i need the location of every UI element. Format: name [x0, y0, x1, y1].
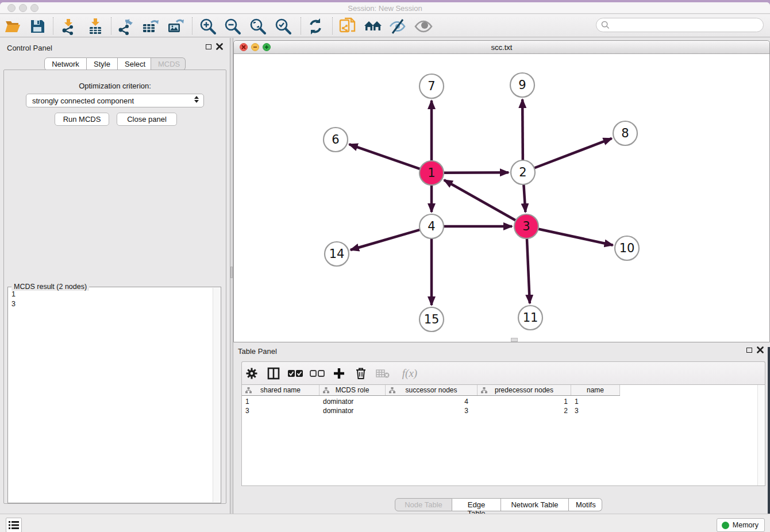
copy-network-style-icon[interactable] [338, 17, 357, 36]
graph-node-label-7: 7 [428, 79, 435, 93]
criterion-selected-value: strongly connected component [32, 97, 134, 105]
column-header-predecessor-nodes[interactable]: predecessor nodes [478, 385, 571, 395]
graph-edge-2-8[interactable] [534, 138, 612, 168]
close-table-panel-icon[interactable] [757, 346, 764, 353]
mcds-result-scrollbar[interactable] [213, 288, 220, 502]
network-window-titlebar[interactable]: scc.txt [234, 41, 769, 54]
graph-node-label-3: 3 [522, 219, 530, 233]
toolbar-separator [192, 17, 192, 34]
tab-select[interactable]: Select [118, 57, 151, 71]
cell-shared-name[interactable]: 3 [242, 406, 319, 415]
memory-label: Memory [733, 521, 759, 529]
close-panel-button[interactable]: Close panel [117, 113, 177, 126]
session-title: Session: New Session [0, 4, 770, 13]
cell-name[interactable]: 3 [571, 406, 620, 415]
toolbar-separator [332, 17, 333, 34]
search-field[interactable] [596, 18, 764, 32]
run-mcds-button[interactable]: Run MCDS [55, 113, 109, 126]
refresh-icon[interactable] [306, 17, 325, 36]
mcds-panel: Optimization criterion: strongly connect… [3, 70, 226, 504]
graph-edge-3-1[interactable] [444, 180, 516, 220]
save-icon[interactable] [28, 17, 47, 36]
graph-edge-3-10[interactable] [538, 229, 613, 245]
control-panel-tabs: Network Style Select MCDS [44, 57, 186, 71]
tab-edge-table[interactable]: Edge Table [452, 498, 501, 511]
graph-edge-1-6[interactable] [349, 144, 421, 169]
graph-node-label-9: 9 [518, 78, 526, 92]
search-icon [601, 21, 610, 29]
export-image-icon[interactable] [166, 17, 186, 36]
splitter-handle[interactable] [230, 267, 233, 278]
graph-edge-1-2[interactable] [444, 172, 509, 173]
graph-edge-3-11[interactable] [527, 238, 530, 303]
float-table-panel-icon[interactable] [746, 348, 752, 353]
birds-eye-view-icon[interactable] [414, 17, 433, 36]
memory-button[interactable]: Memory [717, 518, 765, 532]
float-panel-icon[interactable] [206, 44, 211, 49]
search-input[interactable] [613, 21, 763, 29]
hierarchy-icon [245, 387, 252, 394]
zoom-selected-icon[interactable] [274, 17, 293, 36]
tab-network[interactable]: Network [44, 57, 87, 71]
criterion-select[interactable]: strongly connected component [26, 94, 204, 107]
cell-mcds-role[interactable]: dominator [319, 397, 386, 406]
table-panel-title: Table Panel [238, 347, 277, 356]
column-header-mcds-role[interactable]: MCDS role [319, 385, 386, 395]
graph-edge-2-9[interactable] [522, 99, 523, 160]
cell-successor-nodes[interactable]: 4 [386, 397, 478, 406]
toggle-graphics-details-icon[interactable] [388, 17, 407, 36]
export-network-icon[interactable] [116, 17, 135, 36]
table-header-row: shared name MCDS role successor nodes pr… [242, 385, 620, 396]
tab-mcds[interactable]: MCDS [151, 57, 186, 71]
cell-name[interactable]: 1 [571, 397, 620, 406]
cell-predecessor-nodes[interactable]: 1 [478, 397, 571, 406]
table-panel: Table Panel [233, 342, 770, 514]
zoom-fit-icon[interactable] [248, 17, 268, 36]
show-columns-icon[interactable] [266, 366, 281, 381]
task-history-button[interactable] [6, 518, 22, 532]
hierarchy-icon [481, 387, 487, 394]
function-builder-icon[interactable]: f(x) [397, 366, 422, 381]
graph-edge-4-14[interactable] [351, 230, 420, 250]
graph-node-label-1: 1 [428, 166, 435, 180]
mcds-result-text[interactable]: 1 3 [11, 290, 16, 309]
cell-mcds-role[interactable]: dominator [319, 406, 386, 415]
os-titlebar: Session: New Session [0, 2, 770, 14]
graph-node-label-2: 2 [519, 165, 526, 179]
open-icon[interactable] [3, 17, 22, 36]
tab-node-table[interactable]: Node Table [395, 498, 452, 511]
column-header-shared-name[interactable]: shared name [242, 385, 319, 395]
table-row[interactable]: 3 dominator 3 2 3 [242, 406, 620, 415]
select-all-icon[interactable] [288, 366, 303, 381]
add-column-icon[interactable] [332, 366, 346, 381]
graph-node-label-15: 15 [424, 313, 440, 326]
home-layout-icon[interactable] [363, 17, 383, 36]
delete-table-icon[interactable] [375, 366, 390, 381]
tab-motifs[interactable]: Motifs [569, 498, 602, 511]
column-header-name[interactable]: name [571, 385, 620, 395]
cell-successor-nodes[interactable]: 3 [386, 406, 478, 415]
import-table-icon[interactable] [86, 17, 105, 36]
cell-shared-name[interactable]: 1 [242, 397, 319, 406]
network-graph[interactable]: 7968124314101511 [234, 54, 769, 342]
node-table[interactable]: shared name MCDS role successor nodes pr… [241, 384, 765, 486]
network-splitter-handle[interactable] [511, 338, 518, 342]
import-network-icon[interactable] [59, 17, 78, 36]
export-table-icon[interactable] [141, 17, 160, 36]
cell-predecessor-nodes[interactable]: 2 [478, 406, 571, 415]
zoom-in-icon[interactable] [198, 17, 218, 36]
tab-style[interactable]: Style [87, 57, 118, 71]
graph-edge-2-3[interactable] [523, 184, 525, 212]
delete-column-icon[interactable] [353, 366, 368, 381]
tab-network-table[interactable]: Network Table [501, 498, 569, 511]
chevron-up-down-icon [194, 96, 199, 103]
deselect-all-icon[interactable] [310, 366, 325, 381]
zoom-out-icon[interactable] [223, 17, 242, 36]
network-canvas[interactable]: 7968124314101511 [234, 54, 769, 342]
column-header-successor-nodes[interactable]: successor nodes [386, 385, 478, 395]
table-row[interactable]: 1 dominator 4 1 1 [242, 397, 620, 406]
table-settings-gear-icon[interactable] [244, 366, 259, 381]
table-scrollbar[interactable] [757, 385, 765, 485]
close-panel-icon[interactable] [216, 43, 223, 50]
network-window-title: scc.txt [234, 43, 769, 52]
